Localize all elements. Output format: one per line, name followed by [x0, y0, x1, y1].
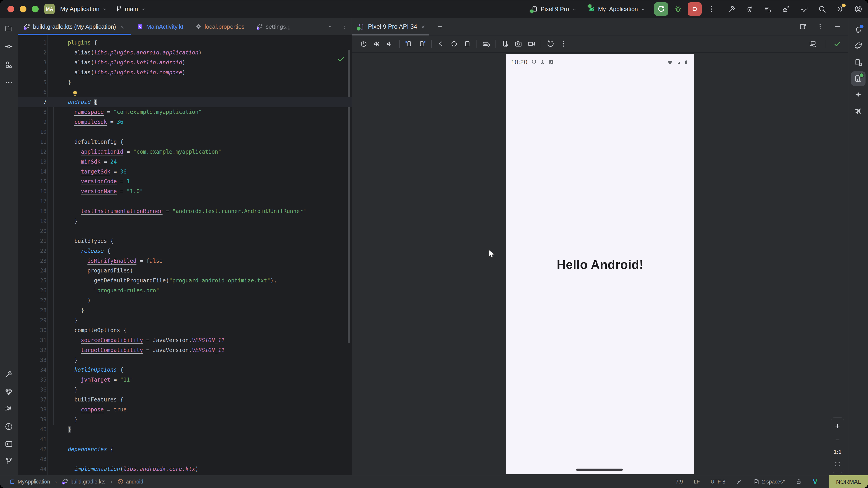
code-line[interactable]: 24 proguardFiles( [18, 266, 352, 276]
code-line[interactable]: 9 compileSdk = 36 [18, 117, 352, 127]
editor-tab-options[interactable] [340, 22, 349, 31]
tool-window-gemini-sparkle-button[interactable] [851, 88, 866, 102]
back-button[interactable] [436, 39, 446, 49]
code-line[interactable]: 31 sourceCompatibility = JavaVersion.VER… [18, 335, 352, 346]
code-line[interactable]: 16 versionName = "1.0" [18, 187, 352, 197]
code-line[interactable]: 28 } [18, 306, 352, 316]
tool-window-project-folder-button[interactable] [2, 21, 16, 36]
status-ai-code-completion[interactable] [735, 478, 744, 485]
gesture-navigation-pill[interactable] [576, 468, 623, 471]
code-line[interactable]: 33 } [18, 355, 352, 365]
lightbulb-icon[interactable] [71, 89, 79, 97]
breadcrumb-item-MyApplication[interactable]: MyApplication [8, 478, 51, 485]
status-read-only-toggle[interactable] [794, 478, 803, 485]
screenshot-button[interactable] [513, 39, 523, 49]
project-selector[interactable]: My Application [58, 4, 110, 14]
code-line[interactable]: 32 targetCompatibility = JavaVersion.VER… [18, 346, 352, 355]
code-line[interactable]: 44 implementation(libs.androidx.core.ktx… [18, 464, 352, 474]
code-line[interactable]: 30 compileOptions { [18, 326, 352, 335]
more-vert-button[interactable] [815, 22, 825, 32]
code-line[interactable]: 1plugins { [18, 38, 352, 48]
volume-down-button[interactable] [385, 39, 395, 49]
hardware-input-button[interactable] [481, 39, 491, 49]
editor-tab-settings.g[interactable]: settings.g [250, 18, 297, 35]
code-line[interactable]: 36 } [18, 385, 352, 395]
code-line[interactable]: 12 applicationId = "com.example.myapplic… [18, 147, 352, 157]
tool-window-terminal-button[interactable] [2, 437, 16, 451]
code-line[interactable]: 43 [18, 454, 352, 464]
tool-window-device-manager-button[interactable] [851, 55, 866, 70]
more-run-options-button[interactable] [706, 4, 717, 14]
code-line[interactable]: 20 [18, 226, 352, 236]
device-screen[interactable]: 10:20 Hello Android! [506, 54, 694, 474]
attach-debugger-button[interactable] [780, 3, 792, 15]
tool-window-version-control-button[interactable] [2, 454, 16, 468]
stop-app-button[interactable] [688, 2, 702, 16]
device-selector[interactable]: Pixel 9 Pro [528, 3, 580, 15]
code-line[interactable]: 2 alias(libs.plugins.android.application… [18, 48, 352, 58]
hidden-tabs-dropdown[interactable] [326, 22, 335, 31]
tool-window-notifications-button[interactable] [851, 23, 866, 37]
code-line[interactable]: 8 namespace = "com.example.myapplication… [18, 107, 352, 117]
status-caret-position[interactable]: 7:9 [674, 479, 684, 485]
code-line[interactable]: 14 targetSdk = 36 [18, 167, 352, 177]
settings-gear-button[interactable] [835, 3, 846, 15]
fit-to-window-button[interactable] [833, 459, 842, 469]
account-button[interactable] [852, 3, 864, 15]
code-line[interactable]: 19 } [18, 217, 352, 226]
hide-button[interactable] [832, 22, 842, 32]
build-hammer-button[interactable] [726, 3, 737, 15]
vim-mode-badge[interactable]: NORMAL [829, 475, 868, 488]
zoom-out-button[interactable] [833, 435, 842, 445]
code-line[interactable]: 6 [18, 88, 352, 97]
profiler-button[interactable] [798, 3, 810, 15]
code-line[interactable]: 26 "proguard-rules.pro" [18, 286, 352, 296]
status-indent-style[interactable]: 2 spaces* [752, 478, 786, 485]
zoom-window-button[interactable] [32, 6, 39, 12]
tool-window-build-hammer-button[interactable] [2, 367, 16, 382]
volume-up-button[interactable] [372, 39, 382, 49]
intention-bulb[interactable] [71, 88, 79, 98]
code-line[interactable]: 22 release { [18, 246, 352, 256]
code-line[interactable]: 5} [18, 78, 352, 88]
close-device-tab-icon[interactable] [421, 23, 426, 30]
code-line[interactable]: 15 versionCode = 1 [18, 177, 352, 187]
close-x-icon[interactable] [120, 24, 125, 30]
editor-tab-build.gradle.kts[interactable]: build.gradle.kts (My Application) [18, 18, 131, 35]
code-line[interactable]: 34 kotlinOptions { [18, 365, 352, 375]
apply-changes-button[interactable] [744, 3, 755, 15]
code-line[interactable]: 29 } [18, 316, 352, 326]
rerun-app-button[interactable] [654, 2, 668, 16]
home-button[interactable] [449, 39, 459, 49]
check-button[interactable] [832, 38, 843, 49]
tool-window-commit-button[interactable] [2, 39, 16, 54]
zoom-in-button[interactable] [833, 421, 842, 431]
code-line[interactable]: 42dependencies { [18, 445, 352, 455]
more-vert-button[interactable] [559, 39, 568, 49]
code-line[interactable]: 41 [18, 435, 352, 445]
minimize-window-button[interactable] [20, 6, 26, 12]
tool-window-airplane-button[interactable] [851, 104, 866, 119]
apply-code-button[interactable] [762, 3, 774, 15]
run-configuration-selector[interactable]: My_Application [585, 3, 648, 15]
search-button[interactable] [816, 3, 828, 15]
close-window-button[interactable] [7, 6, 14, 12]
code-line[interactable]: 4 alias(libs.plugins.kotlin.compose) [18, 68, 352, 78]
power-button[interactable] [359, 39, 369, 49]
device-settings-button[interactable] [500, 39, 510, 49]
tool-window-problems-button[interactable] [2, 419, 16, 434]
tool-window-gem-button[interactable] [2, 385, 16, 399]
tool-window-resource-manager-button[interactable] [2, 57, 16, 72]
close-tab-icon[interactable] [120, 23, 125, 30]
status-file-encoding[interactable]: UTF-8 [709, 479, 727, 485]
breadcrumb-item-build.gradle.kts[interactable]: build.gradle.kts [61, 478, 107, 485]
code-line[interactable]: 38 compose = true [18, 405, 352, 415]
code-line[interactable]: 40} [18, 425, 352, 435]
code-line[interactable]: 11 defaultConfig { [18, 137, 352, 147]
overview-button[interactable] [462, 39, 472, 49]
code-line[interactable]: 7android { [18, 97, 352, 107]
tool-window-more-horiz-button[interactable] [2, 75, 16, 90]
editor-tab-MainActivity.kt[interactable]: MainActivity.kt [131, 18, 189, 35]
tool-window-gradle-elephant-button[interactable] [851, 39, 866, 53]
code-line[interactable]: 13 minSdk = 24 [18, 157, 352, 167]
